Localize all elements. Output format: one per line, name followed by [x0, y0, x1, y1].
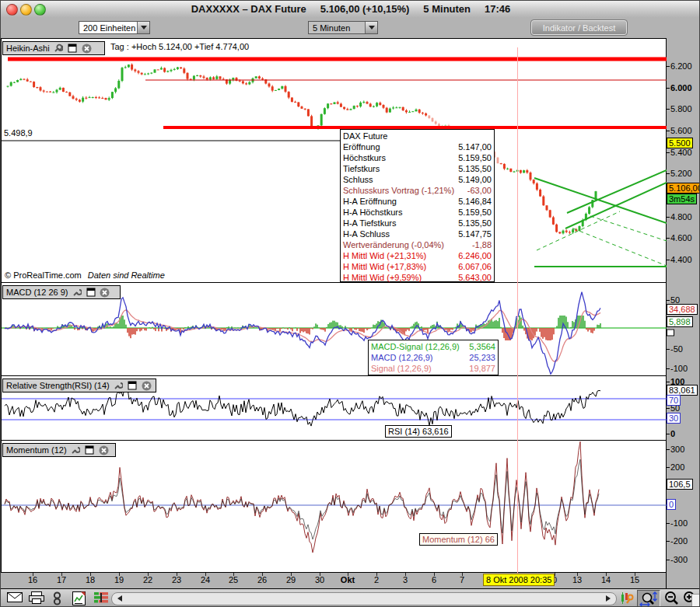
horizontal-scrollbar[interactable] — [111, 592, 617, 605]
copyright-text: © ProRealTime.com — [5, 270, 82, 280]
tooltip-row: Schluss5.149,00 — [343, 174, 492, 185]
window-icon[interactable] — [86, 288, 96, 298]
main-toolbar: 200 Einheiten 5 Minuten Indikator / Back… — [1, 18, 700, 39]
application-window: DAXXXXX – DAX Future5.106,00 (+10,15%)5 … — [0, 0, 700, 607]
wrench-icon[interactable] — [71, 445, 81, 455]
tooltip-row: Tiefstkurs5.135,50 — [343, 163, 492, 174]
title-price: 5.106,00 (+10,15%) — [320, 3, 410, 15]
panel-header-rsi: Relative Strength(RSI) (14) — [2, 379, 156, 392]
bottom-toolbar — [1, 588, 700, 607]
legend-row: MACD (12,26,9)25,233 — [371, 352, 495, 363]
window-icon[interactable] — [85, 445, 95, 455]
panel-header-heikin-ashi: Heikin-Ashi — [2, 41, 105, 55]
close-icon[interactable] — [142, 381, 152, 391]
macd-legend: MACD-Signal (12,26,9)5,3564MACD (12,26,9… — [368, 340, 499, 375]
tooltip-row: H-A Tiefstkurs5.135,50 — [343, 218, 492, 228]
title-timeframe: 5 Minuten — [423, 3, 471, 15]
wrench-icon[interactable] — [114, 381, 124, 391]
panel-title: Heikin-Ashi — [6, 44, 50, 53]
tooltip-row: H-A Schluss5.147,75 — [343, 228, 492, 239]
tooltip-row: Eröffnung5.147,00 — [343, 141, 492, 152]
panel-title: MACD (12 26 9) — [6, 288, 68, 297]
print-icon[interactable] — [29, 591, 44, 607]
tooltip-row: Höchstkurs5.159,50 — [343, 152, 492, 163]
tooltip-row: H Mittl Wid (+17,83%)6.067,06 — [343, 261, 492, 272]
zoom-out-icon[interactable] — [663, 591, 680, 607]
window-title: DAXXXXX – DAX Future5.106,00 (+10,15%)5 … — [1, 1, 700, 18]
timeframe-dropdown[interactable]: 5 Minuten — [308, 21, 378, 34]
wrench-icon[interactable] — [54, 44, 64, 54]
units-dropdown[interactable]: 200 Einheiten — [79, 21, 150, 34]
main-chart-panel[interactable] — [1, 38, 666, 282]
report-icon[interactable] — [72, 591, 86, 607]
title-time: 17:46 — [485, 3, 510, 15]
trendline-level-label: 5.498,9 — [4, 128, 33, 138]
legend-row: Signal (12,26,9)19,877 — [371, 363, 495, 374]
units-dropdown-value: 200 Einheiten — [83, 23, 135, 33]
depth-bars-icon[interactable] — [93, 591, 110, 607]
chevron-down-icon[interactable] — [365, 22, 377, 33]
tooltip-row: Wertveränderung (-0,04%)-1,88 — [343, 239, 492, 250]
window-icon[interactable] — [68, 44, 78, 54]
timeframe-dropdown-value: 5 Minuten — [313, 23, 350, 33]
title-symbol: DAXXXXX – DAX Future — [191, 3, 306, 15]
price-axis-strip — [666, 38, 700, 588]
tooltip-title: DAX Future — [343, 131, 492, 141]
close-icon[interactable] — [82, 44, 92, 54]
momentum-cursor-label: Momentum (12) 66 — [419, 533, 498, 546]
window-icon[interactable] — [128, 381, 138, 391]
panel-header-macd: MACD (12 26 9) — [2, 285, 121, 299]
panel-title: Momentum (12) — [6, 445, 67, 455]
panel-header-momentum: Momentum (12) — [2, 443, 116, 457]
resize-grip[interactable] — [691, 594, 700, 607]
price-tooltip: DAX Future Eröffnung5.147,00Höchstkurs5.… — [340, 129, 495, 282]
mail-icon[interactable] — [7, 591, 23, 606]
tooltip-row: H Mittl Wid (+9,59%)5.643,00 — [343, 272, 492, 283]
rsi-cursor-label: RSI (14) 63,616 — [385, 425, 452, 438]
indicator-backtest-button[interactable]: Indikator / Backtest — [531, 20, 627, 35]
copyright-note: © ProRealTime.comDaten sind Realtime — [5, 270, 165, 280]
window-titlebar[interactable]: DAXXXXX – DAX Future5.106,00 (+10,15%)5 … — [1, 1, 700, 19]
chart-tools-icon[interactable] — [620, 591, 635, 607]
panel-title: Relative Strength(RSI) (14) — [6, 381, 110, 390]
scroll-right-icon[interactable] — [602, 593, 614, 603]
tooltip-row: H Mittl Wid (+21,31%)6.246,00 — [343, 250, 492, 261]
cursor-date-box: 8 Okt 2008 20:35 — [483, 574, 555, 586]
price-chart-canvas[interactable] — [2, 39, 667, 286]
day-high-low-info: Tag : +Hoch 5.124,00 +Tief 4.774,00 — [110, 42, 249, 51]
momentum-panel[interactable] — [1, 440, 666, 572]
scroll-left-icon[interactable] — [114, 593, 126, 603]
cursor-vertical-line — [517, 47, 518, 577]
tooltip-row: H-A Eröffnung5.146,84 — [343, 196, 492, 207]
tooltip-row: H-A Höchstkurs5.159,50 — [343, 207, 492, 218]
close-icon[interactable] — [100, 288, 110, 298]
zoom-selection-tool[interactable] — [637, 590, 660, 607]
legend-row: MACD-Signal (12,26,9)5,3564 — [371, 341, 495, 352]
clip-icon[interactable] — [52, 591, 62, 607]
wrench-icon[interactable] — [72, 288, 82, 298]
tooltip-row: Schlusskurs Vortrag (-1,21%)-63,00 — [343, 185, 492, 196]
momentum-chart-canvas[interactable] — [2, 441, 667, 576]
chevron-down-icon[interactable] — [137, 22, 149, 33]
close-icon[interactable] — [99, 445, 109, 455]
realtime-note: Daten sind Realtime — [88, 270, 165, 280]
